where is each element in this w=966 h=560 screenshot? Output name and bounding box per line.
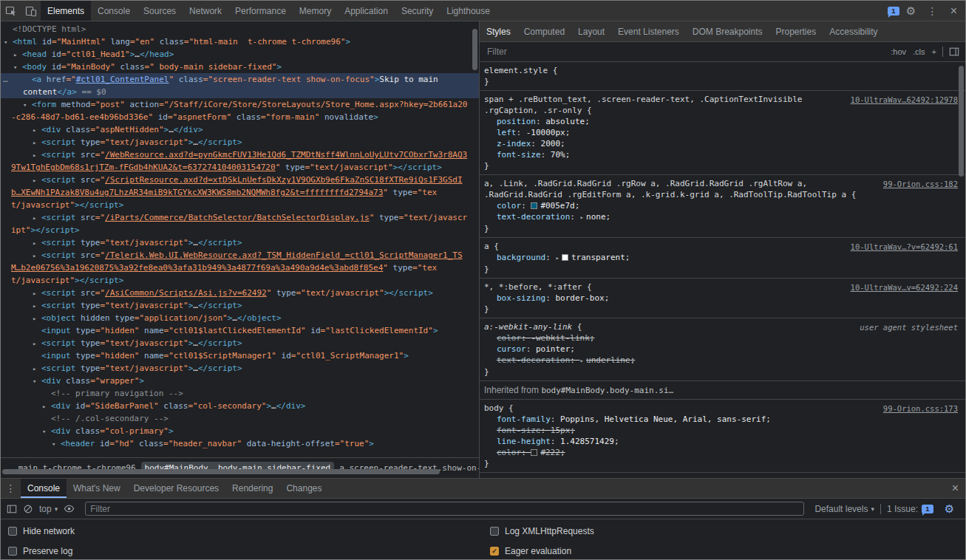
property-value[interactable]: pointer: [536, 344, 570, 354]
property-name[interactable]: line-height: [497, 437, 551, 446]
css-property-background[interactable]: background: ▸transparent;: [484, 252, 958, 264]
expand-arrow-icon[interactable]: ▸: [33, 124, 41, 137]
css-property-font-size[interactable]: font-size: 15px;: [484, 425, 958, 436]
expand-value-icon[interactable]: ▸: [580, 355, 584, 366]
dom-tree-row[interactable]: t/javascript"></script>: [1, 199, 479, 211]
property-value[interactable]: Poppins, Helvetica Neue, Arial, sans-ser…: [560, 414, 766, 424]
console-setting-log-xmlhttprequests[interactable]: Log XMLHttpRequests: [490, 523, 965, 539]
property-value[interactable]: -10000px: [526, 128, 565, 137]
property-value[interactable]: #222: [540, 448, 560, 457]
checkbox-log-xmlhttprequests[interactable]: [490, 527, 499, 536]
dom-tree-row[interactable]: ▸<script type="text/javascript">…</scrip…: [1, 136, 479, 148]
close-icon[interactable]: ×: [944, 4, 964, 18]
dom-tree-row[interactable]: ▾<div class="col-primary">: [1, 425, 479, 437]
styles-scrollbar[interactable]: [958, 64, 965, 477]
live-expression-eye-icon[interactable]: [64, 503, 75, 514]
stylesheet-link[interactable]: 99-Orion.css:173: [883, 403, 958, 414]
node-menu-icon[interactable]: …: [3, 73, 8, 86]
context-selector[interactable]: top ▾: [39, 504, 58, 514]
expand-value-icon[interactable]: ▸: [555, 253, 559, 264]
css-property-color[interactable]: color: #222;: [484, 447, 958, 458]
dom-tree-row[interactable]: 9Tw1TghEgbDm68s1rjTZm-fFGdb4hKUA2&t=6372…: [1, 161, 479, 174]
css-property-z-index[interactable]: z-index: 2000;: [484, 138, 958, 149]
tab-performance[interactable]: Performance: [228, 1, 293, 21]
css-property-text-decoration[interactable]: text-decoration: ▸underline;: [484, 355, 958, 366]
console-setting-preserve-log[interactable]: Preserve log: [8, 543, 490, 559]
drawer-tab-what-s-new[interactable]: What's New: [67, 479, 127, 498]
collapse-arrow-icon[interactable]: ▾: [13, 61, 22, 74]
property-value[interactable]: -webkit-link: [531, 333, 589, 343]
dom-tree-row[interactable]: ▾<html id="MainHtml" lang="en" class="ht…: [1, 35, 479, 48]
expand-arrow-icon[interactable]: ▸: [33, 287, 41, 300]
styles-tab-event-listeners[interactable]: Event Listeners: [611, 21, 686, 41]
dom-tree-row[interactable]: …<a href="#ctl01_ContentPanel" class="sc…: [1, 73, 479, 86]
checkbox-eager-evaluation[interactable]: ✓: [490, 547, 499, 556]
property-value[interactable]: transparent: [571, 253, 625, 262]
drawer-tab-console[interactable]: Console: [21, 479, 67, 498]
css-property-left[interactable]: left: -10000px;: [484, 127, 958, 138]
dom-tree-row[interactable]: ▾<form method="post" action="/Staff/iCor…: [1, 98, 479, 111]
expand-arrow-icon[interactable]: ▸: [33, 212, 41, 225]
issues-badge-icon[interactable]: 1: [888, 7, 899, 16]
property-name[interactable]: font-size: [497, 150, 541, 160]
property-value[interactable]: 15px: [551, 426, 571, 435]
css-property-position[interactable]: position: absolute;: [484, 116, 958, 127]
color-swatch[interactable]: [531, 449, 537, 456]
rule-selector[interactable]: element.style: [484, 66, 548, 75]
dom-tree-row[interactable]: t/javascript"></script>: [1, 274, 479, 287]
property-name[interactable]: color: [497, 448, 521, 457]
property-name[interactable]: color: [497, 201, 521, 211]
dom-tree-row[interactable]: ▾<div class="wrapper">: [1, 375, 479, 387]
rule-selector[interactable]: a, .Link, .RadGrid.RadGrid .rgRow a, .Ra…: [484, 179, 846, 199]
console-setting-hide-network[interactable]: Hide network: [8, 523, 490, 539]
rule-selector[interactable]: span + .reButton_text, .screen-reader-te…: [484, 95, 802, 115]
expand-arrow-icon[interactable]: ▸: [33, 149, 41, 162]
more-options-icon[interactable]: ⋮: [922, 5, 942, 17]
dom-tree-row[interactable]: <!DOCTYPE html>: [1, 23, 479, 35]
property-value[interactable]: underline: [586, 355, 630, 365]
drawer-close-icon[interactable]: ×: [945, 479, 965, 498]
settings-gear-icon[interactable]: ⚙: [901, 4, 921, 18]
drawer-tab-developer-resources[interactable]: Developer Resources: [127, 479, 225, 498]
dom-tree-row[interactable]: ▸<script src="/WebResource.axd?d=pynGkmc…: [1, 148, 479, 161]
property-name[interactable]: z-index: [497, 139, 531, 148]
property-name[interactable]: font-size: [497, 426, 541, 435]
stylesheet-link[interactable]: 10-UltraWav…v=62492:224: [851, 282, 958, 293]
dom-tree-row[interactable]: <!-- /.col-secondary -->: [1, 412, 479, 425]
styles-tab-computed[interactable]: Computed: [517, 21, 571, 41]
property-value[interactable]: border-box: [555, 293, 604, 303]
dom-tree-row[interactable]: ▾<body id="MainBody" class=" body-main s…: [1, 61, 479, 73]
styles-toolbar-button-[interactable]: +: [932, 47, 936, 56]
collapse-arrow-icon[interactable]: ▾: [52, 438, 61, 451]
inherited-element-link[interactable]: body#MainBody.body-main.si…: [541, 386, 673, 395]
styles-tab-properties[interactable]: Properties: [769, 21, 823, 41]
dom-tree-row[interactable]: -c286-48d7-bd61-ee4b96bd336e" id="aspnet…: [1, 111, 479, 123]
dom-tree-row[interactable]: ▸<script src="/AsiCommon/Scripts/Asi.js?…: [1, 287, 479, 299]
css-property-line-height[interactable]: line-height: 1.428571429;: [484, 436, 958, 447]
dom-tree-row[interactable]: <input type="hidden" name="ctl01$ScriptM…: [1, 349, 479, 362]
css-property-font-size[interactable]: font-size: 70%;: [484, 149, 958, 160]
css-property-cursor[interactable]: cursor: pointer;: [484, 344, 958, 355]
rule-selector[interactable]: body: [484, 477, 504, 478]
tab-network[interactable]: Network: [183, 1, 228, 21]
console-sidebar-icon[interactable]: [7, 504, 17, 514]
color-swatch[interactable]: [562, 254, 568, 261]
console-settings-gear-icon[interactable]: ⚙: [939, 502, 959, 516]
stylesheet-link[interactable]: 10-UltraWav…?v=62492:61: [851, 242, 958, 253]
property-name[interactable]: cursor: [497, 344, 526, 354]
property-value[interactable]: none: [586, 212, 606, 222]
expand-arrow-icon[interactable]: ▸: [33, 363, 41, 375]
dom-tree-row[interactable]: ▸<script type="text/javascript">…</scrip…: [1, 299, 479, 312]
expand-arrow-icon[interactable]: ▸: [33, 313, 41, 325]
expand-arrow-icon[interactable]: ▸: [33, 300, 41, 313]
dom-tree-row[interactable]: <!-- primary navigation -->: [1, 387, 479, 400]
css-property-color[interactable]: color: #005e7d;: [484, 200, 958, 211]
dom-tree-row[interactable]: ▸<script type="text/javascript">…</scrip…: [1, 337, 479, 349]
color-swatch[interactable]: [531, 202, 537, 209]
expand-arrow-icon[interactable]: ▸: [33, 174, 41, 187]
styles-toolbar-button-hov[interactable]: :hov: [891, 47, 906, 56]
property-value[interactable]: 2000: [541, 139, 561, 148]
rule-selector[interactable]: body: [484, 403, 504, 413]
tab-lighthouse[interactable]: Lighthouse: [440, 1, 497, 21]
expand-arrow-icon[interactable]: ▸: [33, 237, 41, 250]
